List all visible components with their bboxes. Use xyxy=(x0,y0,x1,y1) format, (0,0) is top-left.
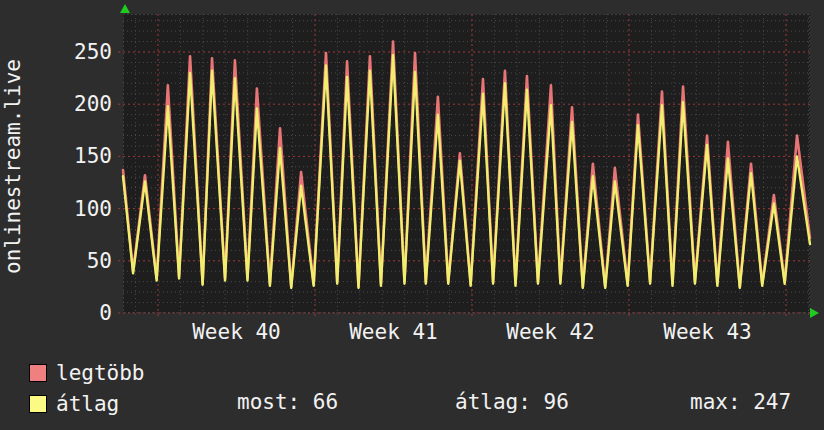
x-axis-week-label: Week 43 xyxy=(638,321,778,343)
graph-screen: onlinestream.live 050100150200250 Week 4… xyxy=(0,0,824,430)
legend-swatch-legtobb xyxy=(29,364,47,382)
x-axis-labels: Week 40Week 41Week 42Week 43 xyxy=(123,321,810,345)
y-axis-arrow-icon xyxy=(120,4,130,13)
y-axis-tick-label: 150 xyxy=(0,145,112,167)
legend-item-atlag: átlag xyxy=(29,393,119,415)
x-axis-week-label: Week 40 xyxy=(166,321,306,343)
y-axis-tick-label: 50 xyxy=(0,250,112,272)
legend-swatch-atlag xyxy=(29,395,47,413)
stat-max: max: 247 xyxy=(690,391,791,413)
y-axis-tick-label: 250 xyxy=(0,41,112,63)
legend-label-atlag: átlag xyxy=(56,393,119,415)
chart-plot-area xyxy=(123,14,810,313)
y-axis-tick-label: 200 xyxy=(0,93,112,115)
x-axis-week-label: Week 41 xyxy=(323,321,463,343)
stat-most: most: 66 xyxy=(237,391,338,413)
legend-item-legtobb: legtöbb xyxy=(29,362,145,384)
stat-atlag: átlag: 96 xyxy=(455,391,569,413)
y-axis-tick-label: 100 xyxy=(0,198,112,220)
legend-label-legtobb: legtöbb xyxy=(56,362,145,384)
x-axis-week-label: Week 42 xyxy=(481,321,621,343)
y-axis-tick-label: 0 xyxy=(0,302,112,324)
x-axis-arrow-icon xyxy=(810,308,819,318)
